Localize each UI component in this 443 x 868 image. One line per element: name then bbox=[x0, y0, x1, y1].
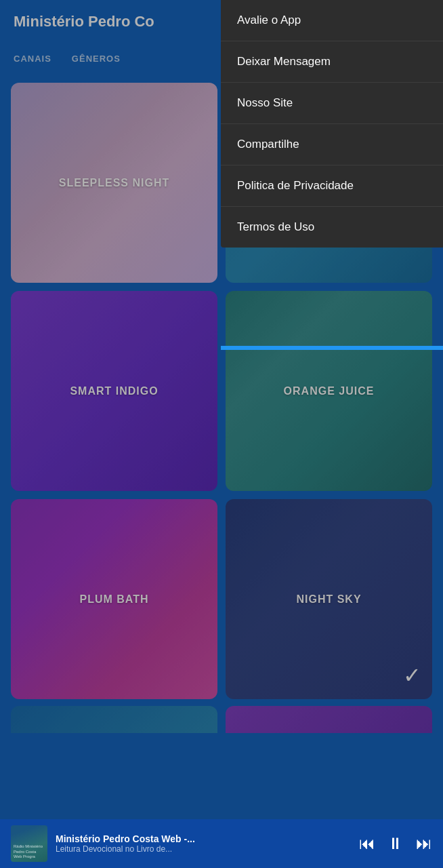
player-thumb-text: Rádio Ministério Pedro Costa Web Progra bbox=[14, 844, 45, 859]
menu-item-termos[interactable]: Termos de Uso bbox=[221, 207, 443, 248]
prev-button[interactable]: ⏮ bbox=[359, 834, 375, 853]
player-thumb-inner: Rádio Ministério Pedro Costa Web Progra bbox=[11, 825, 47, 862]
player-thumbnail: Rádio Ministério Pedro Costa Web Progra bbox=[11, 825, 47, 862]
blue-accent-bar bbox=[221, 346, 443, 350]
menu-item-compartilhe[interactable]: Compartilhe bbox=[221, 124, 443, 165]
player-controls: ⏮ ⏸ ⏭ bbox=[359, 834, 432, 853]
menu-item-privacidade[interactable]: Politica de Privacidade bbox=[221, 165, 443, 207]
menu-item-nosso-site[interactable]: Nosso Site bbox=[221, 83, 443, 124]
player-title: Ministério Pedro Costa Web -... bbox=[56, 833, 351, 844]
player-subtitle: Leitura Devocional no Livro de... bbox=[56, 844, 351, 854]
menu-item-deixar[interactable]: Deixar Mensagem bbox=[221, 41, 443, 83]
menu-item-avalie[interactable]: Avalie o App bbox=[221, 0, 443, 41]
pause-button[interactable]: ⏸ bbox=[387, 834, 404, 853]
dropdown-menu: Avalie o App Deixar Mensagem Nosso Site … bbox=[221, 0, 443, 248]
player-info: Ministério Pedro Costa Web -... Leitura … bbox=[56, 833, 351, 854]
bottom-player: Rádio Ministério Pedro Costa Web Progra … bbox=[0, 819, 443, 868]
next-button[interactable]: ⏭ bbox=[416, 834, 432, 853]
